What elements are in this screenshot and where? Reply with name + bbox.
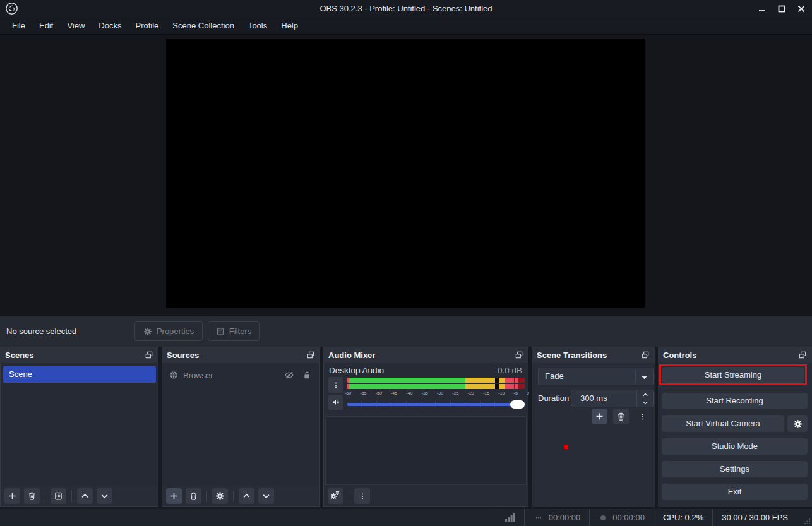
globe-icon	[169, 370, 179, 380]
obs-window: OBS 30.2.3 - Profile: Untitled - Scenes:…	[0, 0, 812, 526]
properties-label: Properties	[157, 326, 194, 336]
trash-icon	[189, 491, 198, 501]
source-action-toolbar: No source selected Properties Filters	[0, 316, 812, 347]
menu-file[interactable]: File	[5, 17, 32, 35]
start-virtual-camera-button[interactable]: Start Virtual Camera	[662, 415, 784, 432]
preview-area	[0, 35, 812, 316]
menu-profile[interactable]: Profile	[128, 17, 165, 35]
trash-icon	[616, 412, 626, 421]
menu-scene-collection[interactable]: Scene Collection	[165, 17, 241, 35]
advanced-audio-button[interactable]	[328, 488, 343, 504]
menu-tools[interactable]: Tools	[241, 17, 274, 35]
mute-button[interactable]	[328, 395, 343, 410]
audio-mixer-panel-header[interactable]: Audio Mixer	[323, 347, 528, 363]
add-scene-button[interactable]	[4, 488, 20, 504]
popout-icon[interactable]	[145, 350, 153, 359]
controls-panel: Controls Start Streaming Start Recording…	[658, 347, 812, 507]
mixer-channel-menu-button[interactable]	[328, 377, 343, 393]
move-scene-up-button[interactable]	[77, 488, 93, 504]
start-streaming-button[interactable]: Start Streaming	[662, 367, 804, 383]
menu-docks[interactable]: Docks	[92, 17, 128, 35]
mixer-menu-button[interactable]	[354, 488, 370, 504]
popout-icon[interactable]	[515, 350, 523, 359]
transition-select[interactable]: Fade	[538, 368, 654, 385]
scene-transitions-body: Fade Duration 300 ms	[532, 363, 655, 507]
filters-button[interactable]: Filters	[208, 321, 260, 341]
slider-handle[interactable]	[510, 400, 525, 409]
slider-track[interactable]	[347, 403, 525, 406]
scenes-panel-header[interactable]: Scenes	[0, 347, 158, 363]
add-source-button[interactable]	[166, 488, 182, 504]
toolbar-separator	[233, 491, 234, 502]
duration-decrease-button[interactable]	[637, 398, 653, 407]
annotation-click-dot	[564, 445, 568, 449]
popout-icon[interactable]	[641, 350, 650, 359]
duration-spinbox[interactable]: 300 ms	[571, 390, 654, 407]
move-source-up-button[interactable]	[239, 488, 254, 504]
resize-grip[interactable]	[804, 518, 811, 525]
add-transition-button[interactable]	[592, 409, 607, 424]
scenes-panel-title: Scenes	[5, 350, 145, 360]
volume-meter-left	[347, 378, 525, 383]
window-title: OBS 30.2.3 - Profile: Untitled - Scenes:…	[0, 0, 812, 17]
kebab-menu-icon	[359, 492, 366, 501]
scene-list-item[interactable]: Scene	[3, 366, 156, 383]
remove-scene-button[interactable]	[24, 488, 40, 504]
start-recording-button[interactable]: Start Recording	[662, 393, 808, 409]
settings-button[interactable]: Settings	[662, 461, 808, 477]
controls-body: Start Streaming Start Recording Start Vi…	[658, 363, 812, 507]
move-source-down-button[interactable]	[258, 488, 274, 504]
sources-list: Browser	[162, 363, 320, 507]
menu-help[interactable]: Help	[274, 17, 305, 35]
signal-bars-icon	[505, 513, 515, 522]
kebab-menu-icon	[332, 381, 340, 390]
title-bar: OBS 30.2.3 - Profile: Untitled - Scenes:…	[0, 0, 812, 17]
combo-separator	[635, 370, 636, 383]
unlock-icon[interactable]	[301, 370, 313, 380]
move-scene-down-button[interactable]	[97, 488, 112, 504]
remove-transition-button[interactable]	[613, 409, 629, 424]
chevron-up-icon	[242, 491, 251, 501]
eye-slash-icon[interactable]	[283, 370, 296, 380]
trash-icon	[27, 491, 37, 501]
chevron-up-icon	[80, 491, 90, 501]
controls-panel-header[interactable]: Controls	[658, 347, 812, 363]
remove-source-button[interactable]	[186, 488, 201, 504]
scene-transitions-panel-header[interactable]: Scene Transitions	[532, 347, 655, 363]
popout-icon[interactable]	[306, 350, 315, 359]
menu-view[interactable]: View	[60, 17, 92, 35]
toolbar-separator	[71, 491, 72, 502]
menu-edit[interactable]: Edit	[32, 17, 60, 35]
plus-icon	[595, 412, 604, 421]
program-canvas[interactable]	[166, 39, 645, 308]
studio-mode-button[interactable]: Studio Mode	[662, 438, 808, 455]
filters-label: Filters	[229, 326, 251, 336]
menu-bar: File Edit View Docks Profile Scene Colle…	[0, 17, 812, 35]
meter-scale: -60-55-50-45-40-35-30-25-20-15-10-50	[345, 391, 529, 395]
sources-panel-header[interactable]: Sources	[162, 347, 320, 363]
toolbar-separator	[45, 491, 45, 502]
volume-slider[interactable]	[347, 399, 525, 409]
kebab-menu-icon	[639, 412, 647, 421]
maximize-icon[interactable]	[775, 2, 789, 16]
transition-properties-button[interactable]	[635, 409, 650, 424]
fps-indicator: 30.00 / 30.00 FPS	[713, 509, 797, 526]
mixer-channel-level: 0.0 dB	[498, 366, 522, 375]
source-list-item[interactable]: Browser	[162, 367, 319, 383]
virtual-camera-config-button[interactable]	[787, 415, 808, 432]
stream-timer: 00:00:00	[525, 509, 590, 526]
duration-increase-button[interactable]	[637, 390, 653, 398]
source-properties-button[interactable]	[212, 488, 228, 504]
sources-panel: Sources Browser	[162, 347, 320, 507]
close-icon[interactable]	[794, 2, 808, 16]
annotation-highlight-start-streaming: Start Streaming	[659, 364, 807, 385]
minimize-icon[interactable]	[755, 2, 769, 16]
mixer-empty-area	[325, 416, 527, 485]
gear-icon	[793, 419, 803, 429]
properties-button[interactable]: Properties	[134, 321, 203, 341]
popout-icon[interactable]	[798, 350, 807, 359]
scene-filters-button[interactable]	[51, 488, 66, 504]
chevron-down-icon	[641, 375, 648, 380]
volume-meter-right	[347, 384, 525, 389]
exit-button[interactable]: Exit	[662, 484, 808, 500]
